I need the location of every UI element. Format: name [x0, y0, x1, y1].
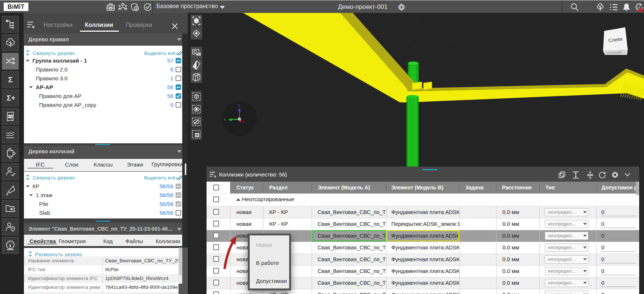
svg-text:Σ+: Σ+: [7, 94, 15, 102]
svg-text:Σ: Σ: [8, 75, 13, 84]
svg-text:Z: Z: [238, 104, 240, 107]
svg-text:Y: Y: [224, 118, 226, 122]
svg-text:2D: 2D: [8, 114, 13, 119]
svg-text:x: x: [242, 120, 244, 123]
